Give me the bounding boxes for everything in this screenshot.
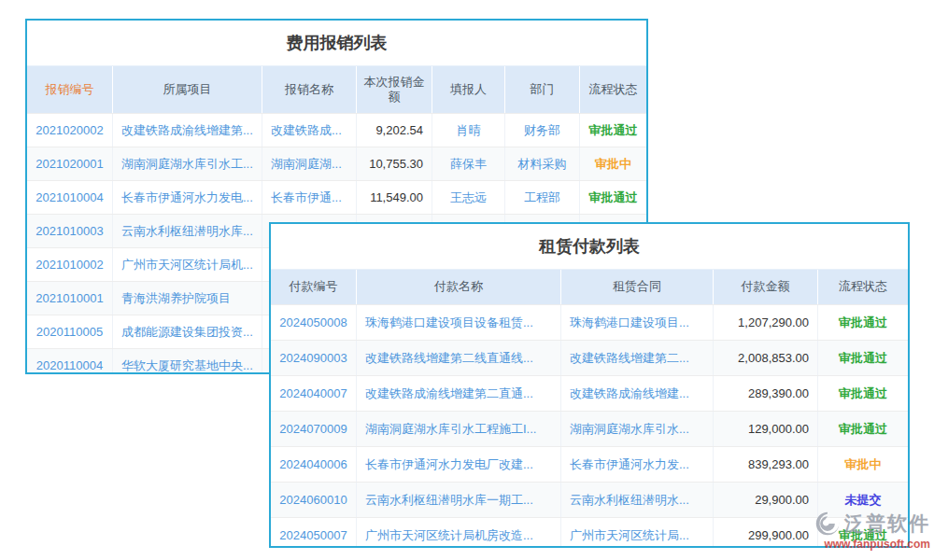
col-header-expense-id[interactable]: 报销编号 (27, 66, 113, 113)
table-row[interactable]: 2024040006 长春市伊通河水力发电厂改建... 长春市伊通河水力发...… (271, 446, 908, 482)
col-header-project: 所属项目 (113, 66, 262, 113)
cell-payment-name[interactable]: 珠海鹤港口建设项目设备租赁... (357, 305, 561, 340)
cell-payment-name[interactable]: 湖南洞庭湖水库引水工程施工I... (357, 412, 561, 446)
cell-project[interactable]: 成都能源建设集团投资... (113, 315, 262, 348)
cell-project[interactable]: 湖南洞庭湖水库引水工... (113, 147, 262, 180)
status-badge: 审批通过 (818, 341, 908, 375)
cell-expense-id[interactable]: 2021010004 (27, 181, 113, 214)
cell-payment-amount: 289,390.00 (714, 376, 818, 411)
cell-expense-id[interactable]: 2021010001 (27, 282, 113, 315)
table-row[interactable]: 2024050008 珠海鹤港口建设项目设备租赁... 珠海鹤港口建设项目...… (271, 304, 908, 340)
cell-lease-contract[interactable]: 长春市伊通河水力发... (561, 447, 714, 482)
watermark-brand-text: 泛普软件 (844, 511, 930, 537)
cell-payment-name[interactable]: 广州市天河区统计局机房改造... (357, 518, 561, 548)
col-header-reporter: 填报人 (432, 66, 505, 113)
cell-expense-id[interactable]: 2021010002 (27, 248, 113, 281)
cell-project[interactable]: 青海洪湖养护院项目 (113, 282, 262, 315)
status-badge: 审批通过 (580, 114, 646, 147)
cell-payment-amount: 29,900.00 (714, 483, 818, 517)
cell-lease-contract[interactable]: 广州市天河区统计局... (561, 518, 714, 548)
col-header-dept: 部门 (505, 66, 580, 113)
table-row[interactable]: 2024050007 广州市天河区统计局机房改造... 广州市天河区统计局...… (271, 517, 908, 548)
table-row[interactable]: 2024070009 湖南洞庭湖水库引水工程施工I... 湖南洞庭湖水库引水..… (271, 411, 908, 446)
col-header-lease-contract: 租赁合同 (561, 270, 714, 304)
cell-payment-id[interactable]: 2024050008 (271, 305, 357, 340)
cell-payment-name[interactable]: 云南水利枢纽潜明水库一期工... (357, 483, 561, 517)
cell-project[interactable]: 长春市伊通河水力发电... (113, 181, 262, 214)
cell-lease-contract[interactable]: 改建铁路成渝线增建... (561, 376, 714, 411)
cell-expense-name[interactable]: 长春市伊通... (262, 181, 357, 214)
cell-payment-amount: 299,900.00 (714, 518, 818, 548)
cell-payment-id[interactable]: 2024040007 (271, 376, 357, 411)
cell-reporter[interactable]: 薛保丰 (432, 147, 505, 180)
col-header-amount: 本次报销金额 (357, 66, 432, 113)
cell-expense-name[interactable]: 湖南洞庭湖... (262, 147, 357, 180)
cell-reporter[interactable]: 王志远 (432, 181, 505, 214)
table-row[interactable]: 2024090003 改建铁路线增建第二线直通线... 改建铁路线增建第二...… (271, 340, 908, 375)
cell-payment-id[interactable]: 2024050007 (271, 518, 357, 548)
cell-expense-id[interactable]: 2021020002 (27, 114, 113, 147)
expense-table-header: 报销编号 所属项目 报销名称 本次报销金额 填报人 部门 流程状态 (27, 66, 646, 113)
cell-dept[interactable]: 工程部 (505, 181, 580, 214)
cell-lease-contract[interactable]: 珠海鹤港口建设项目... (561, 305, 714, 340)
cell-payment-id[interactable]: 2024040006 (271, 447, 357, 482)
status-badge: 审批通过 (580, 181, 646, 214)
cell-payment-id[interactable]: 2024090003 (271, 341, 357, 375)
col-header-status: 流程状态 (580, 66, 646, 113)
col-header-expense-name: 报销名称 (262, 66, 357, 113)
cell-payment-id[interactable]: 2024060010 (271, 483, 357, 517)
status-badge: 审批中 (580, 147, 646, 180)
col-header-payment-id: 付款编号 (271, 270, 357, 304)
status-badge: 审批通过 (818, 305, 908, 340)
cell-payment-amount: 2,008,853.00 (714, 341, 818, 375)
cell-expense-id[interactable]: 2021020001 (27, 147, 113, 180)
cell-lease-contract[interactable]: 湖南洞庭湖水库引水... (561, 412, 714, 446)
cell-expense-id[interactable]: 2021010003 (27, 215, 113, 247)
cell-lease-contract[interactable]: 云南水利枢纽潜明水... (561, 483, 714, 517)
lease-table-title: 租赁付款列表 (271, 224, 908, 270)
lease-payment-table: 租赁付款列表 付款编号 付款名称 租赁合同 付款金额 流程状态 20240500… (269, 222, 910, 548)
fanpu-logo-icon (814, 511, 841, 537)
cell-lease-contract[interactable]: 改建铁路线增建第二... (561, 341, 714, 375)
cell-payment-amount: 129,000.00 (714, 412, 818, 446)
table-row[interactable]: 2024040007 改建铁路成渝线增建第二直通... 改建铁路成渝线增建...… (271, 375, 908, 411)
table-row[interactable]: 2021010004 长春市伊通河水力发电... 长春市伊通... 11,549… (27, 180, 646, 214)
table-row[interactable]: 2024060010 云南水利枢纽潜明水库一期工... 云南水利枢纽潜明水...… (271, 482, 908, 517)
cell-project[interactable]: 广州市天河区统计局机... (113, 248, 262, 281)
status-badge: 审批通过 (818, 412, 908, 446)
table-row[interactable]: 2021020002 改建铁路成渝线增建第... 改建铁路成... 9,202.… (27, 113, 646, 147)
col-header-status: 流程状态 (818, 270, 908, 304)
cell-expense-id[interactable]: 2020110004 (27, 349, 113, 374)
fanpu-watermark: 泛普软件 www.fanpusoft.com (814, 511, 930, 551)
col-header-payment-amount: 付款金额 (714, 270, 818, 304)
cell-payment-amount: 1,207,290.00 (714, 305, 818, 340)
col-header-payment-name: 付款名称 (357, 270, 561, 304)
cell-payment-amount: 839,293.00 (714, 447, 818, 482)
cell-project[interactable]: 改建铁路成渝线增建第... (113, 114, 262, 147)
cell-amount: 10,755.30 (357, 147, 432, 180)
cell-payment-id[interactable]: 2024070009 (271, 412, 357, 446)
cell-project[interactable]: 华软大厦研究基地中央... (113, 349, 262, 374)
cell-project[interactable]: 云南水利枢纽潜明水库... (113, 215, 262, 247)
cell-dept[interactable]: 材料采购 (505, 147, 580, 180)
table-row[interactable]: 2021020001 湖南洞庭湖水库引水工... 湖南洞庭湖... 10,755… (27, 147, 646, 180)
cell-amount: 9,202.54 (357, 114, 432, 147)
expense-table-title: 费用报销列表 (27, 21, 646, 66)
cell-reporter[interactable]: 肖晴 (432, 114, 505, 147)
cell-payment-name[interactable]: 改建铁路成渝线增建第二直通... (357, 376, 561, 411)
lease-table-header: 付款编号 付款名称 租赁合同 付款金额 流程状态 (271, 270, 908, 304)
status-badge: 审批中 (818, 447, 908, 482)
cell-expense-name[interactable]: 改建铁路成... (262, 114, 357, 147)
cell-expense-id[interactable]: 2020110005 (27, 315, 113, 348)
cell-payment-name[interactable]: 改建铁路线增建第二线直通线... (357, 341, 561, 375)
cell-amount: 11,549.00 (357, 181, 432, 214)
watermark-url-text: www.fanpusoft.com (824, 538, 930, 551)
status-badge: 审批通过 (818, 376, 908, 411)
cell-payment-name[interactable]: 长春市伊通河水力发电厂改建... (357, 447, 561, 482)
cell-dept[interactable]: 财务部 (505, 114, 580, 147)
